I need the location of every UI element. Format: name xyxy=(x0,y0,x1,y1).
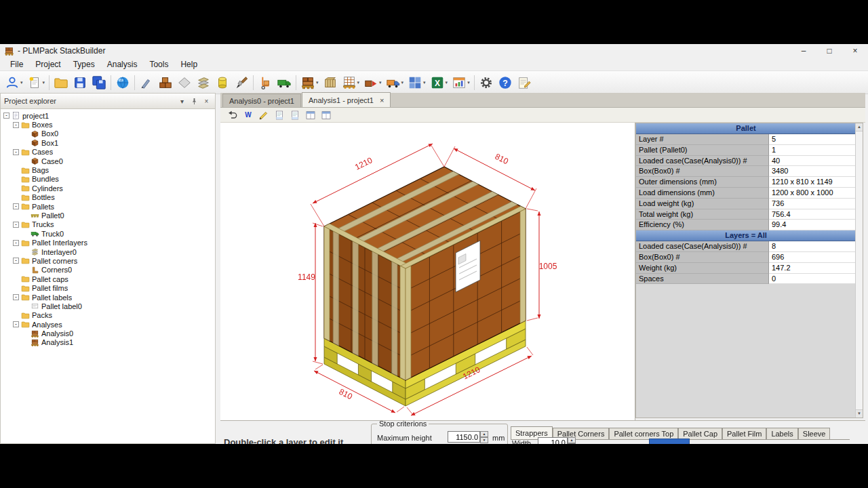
undo-button[interactable] xyxy=(225,108,239,121)
tree-item-analysis0[interactable]: Analysis0 xyxy=(1,329,215,338)
open-folder-button[interactable] xyxy=(52,72,70,94)
dropdown-arrow-icon[interactable]: ▾ xyxy=(357,80,360,85)
dimension-pencil-button[interactable] xyxy=(256,108,271,121)
dropdown-arrow-icon[interactable]: ▾ xyxy=(43,80,45,85)
close-button[interactable]: × xyxy=(842,44,868,58)
pallet-grid-button[interactable]: ▾ xyxy=(340,72,361,94)
paintbrush-button[interactable] xyxy=(233,72,250,94)
menu-project[interactable]: Project xyxy=(29,58,66,70)
report-chart-button[interactable]: ▾ xyxy=(450,72,471,94)
truck-button[interactable] xyxy=(275,72,293,94)
view-option-1-button[interactable] xyxy=(272,108,286,121)
excel-export-button[interactable]: ▾ xyxy=(429,72,450,94)
view-option-2-button[interactable] xyxy=(288,108,302,121)
width-stepper[interactable]: ▲▼ xyxy=(568,437,576,444)
tree-item-interlayer0[interactable]: Interlayer0 xyxy=(1,247,215,256)
wireframe-w-button[interactable] xyxy=(241,108,255,121)
expander-icon[interactable]: - xyxy=(13,321,19,327)
expander-icon[interactable]: - xyxy=(13,203,19,209)
expander-icon[interactable]: - xyxy=(13,149,19,155)
expander-icon[interactable]: - xyxy=(13,222,19,228)
max-height-stepper[interactable]: ▲▼ xyxy=(480,431,488,443)
tree-item-pallet-corners[interactable]: -Pallet corners xyxy=(1,256,215,265)
pallet-analysis-button[interactable]: ▾ xyxy=(299,72,320,94)
grid-analysis-button[interactable]: ▾ xyxy=(406,72,427,94)
expander-icon[interactable]: - xyxy=(13,240,19,246)
menu-help[interactable]: Help xyxy=(174,58,203,70)
bottom-tab-labels[interactable]: Labels xyxy=(766,428,797,439)
tree-item-box0[interactable]: Box0 xyxy=(1,129,215,138)
truck-analysis-button[interactable]: ▾ xyxy=(384,72,406,94)
boxes-button[interactable] xyxy=(157,72,174,94)
hand-truck-button[interactable] xyxy=(256,72,274,94)
combo-selection-partial[interactable] xyxy=(649,439,690,444)
tree-item-pallet-caps[interactable]: Pallet caps xyxy=(1,274,215,283)
dropdown-arrow-icon[interactable]: ▾ xyxy=(316,80,319,85)
tab-analysis1-project1[interactable]: Analysis1 - project1× xyxy=(302,92,391,107)
minimize-button[interactable]: – xyxy=(791,44,816,58)
user-button[interactable]: ▾ xyxy=(3,72,24,94)
panel-layout-2-button[interactable] xyxy=(319,108,333,121)
panel-layout-1-button[interactable] xyxy=(303,108,317,121)
tree-item-pallets[interactable]: -Pallets xyxy=(1,202,215,211)
new-document-button[interactable]: ▾ xyxy=(26,72,47,94)
save-all-button[interactable] xyxy=(90,72,108,94)
help-button[interactable] xyxy=(496,72,514,94)
layers-button[interactable] xyxy=(195,72,212,94)
tab-close-icon[interactable]: × xyxy=(380,96,384,104)
bottom-tab-sleeve[interactable]: Sleeve xyxy=(798,428,831,439)
crate-analysis-button[interactable] xyxy=(321,72,339,94)
tree-item-corners0[interactable]: Corners0 xyxy=(1,266,215,274)
dropdown-arrow-icon[interactable]: ▾ xyxy=(20,80,23,85)
menu-types[interactable]: Types xyxy=(67,58,101,70)
dropdown-arrow-icon[interactable]: ▾ xyxy=(423,80,426,85)
chevron-down-icon[interactable]: ▾ xyxy=(177,96,187,106)
tree-item-cases[interactable]: -Cases xyxy=(1,148,215,157)
edit-brush-button[interactable] xyxy=(138,72,155,94)
box-arrow-button[interactable]: ▾ xyxy=(362,72,383,94)
expander-icon[interactable]: - xyxy=(3,113,9,119)
bottom-tab-pallet-film[interactable]: Pallet Film xyxy=(722,428,766,439)
max-height-input[interactable] xyxy=(448,431,480,443)
cylinder-button[interactable] xyxy=(214,72,231,94)
settings-gear-button[interactable] xyxy=(477,72,495,94)
tree-item-pallet0[interactable]: Pallet0 xyxy=(1,211,215,220)
web-globe-button[interactable] xyxy=(114,72,132,94)
menu-file[interactable]: File xyxy=(4,58,29,70)
tree-item-pallet-interlayers[interactable]: -Pallet Interlayers xyxy=(1,238,215,247)
maximize-button[interactable]: □ xyxy=(816,44,842,58)
tree-item-analysis1[interactable]: Analysis1 xyxy=(1,338,215,347)
notes-edit-button[interactable] xyxy=(515,72,533,94)
dropdown-arrow-icon[interactable]: ▾ xyxy=(446,80,448,85)
menu-tools[interactable]: Tools xyxy=(143,58,174,70)
dropdown-arrow-icon[interactable]: ▾ xyxy=(467,80,470,85)
tree-item-bottles[interactable]: Bottles xyxy=(1,193,215,202)
tree-item-pallet-labels[interactable]: -Pallet labels xyxy=(1,293,215,302)
tree-item-cylinders[interactable]: Cylinders xyxy=(1,184,215,192)
tree-item-packs[interactable]: Packs xyxy=(1,311,215,320)
dropdown-arrow-icon[interactable]: ▾ xyxy=(401,80,404,85)
save-button[interactable] xyxy=(71,72,89,94)
viewport-3d[interactable]: 1210 810 1149 1005 1210 810 xyxy=(220,123,635,420)
close-panel-icon[interactable]: × xyxy=(201,96,212,106)
tree-item-bundles[interactable]: Bundles xyxy=(1,175,215,184)
properties-scrollbar[interactable]: ▲ ▼ xyxy=(855,123,863,418)
interlayer-sheet-button[interactable] xyxy=(176,72,193,94)
tree-item-pallet-label0[interactable]: Pallet label0 xyxy=(1,302,215,310)
tree-item-trucks[interactable]: -Trucks xyxy=(1,220,215,229)
menu-analysis[interactable]: Analysis xyxy=(101,58,144,70)
bottom-tab-pallet-corners-top[interactable]: Pallet corners Top xyxy=(609,428,678,439)
tree-item-boxes[interactable]: -Boxes xyxy=(1,120,215,129)
tab-analysis0-project1[interactable]: Analysis0 - project1 xyxy=(222,94,301,107)
tree-item-analyses[interactable]: -Analyses xyxy=(1,320,215,329)
pin-icon[interactable] xyxy=(189,96,199,106)
tree-item-truck0[interactable]: Truck0 xyxy=(1,229,215,238)
bottom-tab-pallet-cap[interactable]: Pallet Cap xyxy=(678,428,722,439)
expander-icon[interactable]: - xyxy=(13,294,19,300)
dropdown-arrow-icon[interactable]: ▾ xyxy=(379,80,382,85)
tree-item-bags[interactable]: Bags xyxy=(1,165,215,174)
tree-item-case0[interactable]: Case0 xyxy=(1,157,215,165)
tree-item-box1[interactable]: Box1 xyxy=(1,138,215,147)
width-input[interactable] xyxy=(538,437,568,444)
tree-item-pallet-films[interactable]: Pallet films xyxy=(1,283,215,292)
